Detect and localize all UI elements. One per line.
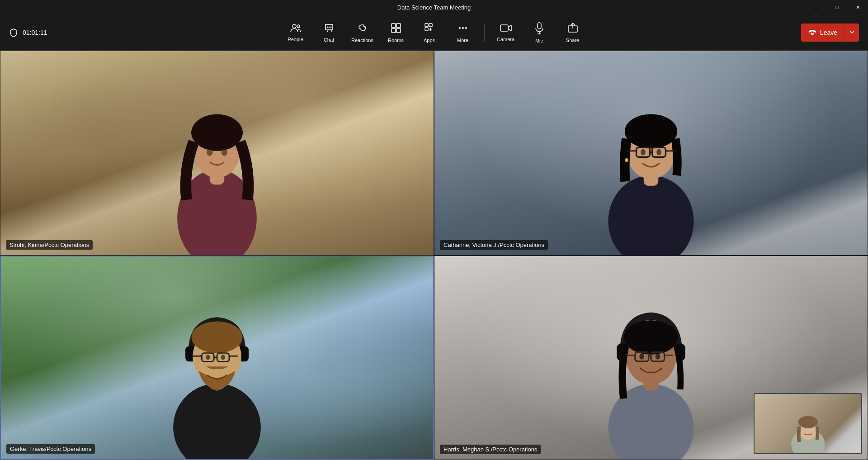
svg-point-16 [465, 27, 467, 29]
svg-point-73 [798, 416, 817, 428]
share-label: Share [566, 38, 579, 43]
title-bar: Data Science Team Meeting — □ ✕ [0, 0, 868, 14]
more-button[interactable]: More [447, 16, 479, 49]
svg-rect-9 [425, 24, 428, 27]
svg-point-35 [625, 114, 677, 146]
mic-button[interactable]: Mic [524, 16, 555, 49]
reactions-button[interactable]: Reactions [347, 16, 378, 49]
apps-button[interactable]: Apps [414, 16, 445, 49]
maximize-button[interactable]: □ [826, 0, 847, 14]
camera-button[interactable]: Camera [490, 16, 522, 49]
svg-rect-18 [538, 23, 541, 29]
svg-rect-11 [425, 28, 428, 31]
chat-icon [324, 23, 335, 35]
svg-point-55 [206, 355, 210, 360]
reactions-icon [357, 22, 368, 36]
leave-phone-icon [808, 30, 816, 35]
rooms-button[interactable]: Rooms [380, 16, 412, 49]
participant-name-travis: Gerke, Travis/Pcctc Operations [6, 444, 95, 454]
svg-rect-17 [500, 25, 508, 31]
svg-point-63 [624, 320, 678, 352]
participant-name-victoria: Catharine, Victoria J./Pcctc Operations [440, 240, 548, 250]
more-icon [457, 22, 469, 36]
svg-point-28 [191, 115, 243, 150]
svg-rect-7 [392, 28, 396, 33]
participant-name-kirina: Sirohi, Kirina/Pcctc Operations [6, 240, 93, 250]
svg-rect-6 [396, 24, 401, 28]
participant-avatar-meghan [532, 276, 770, 460]
toolbar-divider [484, 24, 485, 42]
rooms-icon [390, 22, 402, 36]
reactions-label: Reactions [351, 38, 373, 43]
svg-point-31 [608, 175, 693, 255]
leave-button[interactable]: Leave [801, 24, 844, 42]
leave-label: Leave [820, 29, 837, 36]
share-icon [567, 22, 579, 36]
people-button[interactable]: People [280, 16, 311, 49]
people-icon [290, 23, 302, 35]
chat-label: Chat [324, 37, 334, 43]
apps-icon [424, 22, 435, 36]
shield-icon [9, 28, 18, 37]
svg-point-41 [641, 149, 646, 156]
participant-tile-top-right: Catharine, Victoria J./Pcctc Operations [434, 51, 868, 256]
participant-tile-bottom-left: Gerke, Travis/Pcctc Operations [0, 256, 434, 460]
svg-point-29 [207, 148, 213, 156]
svg-point-4 [330, 26, 331, 28]
toolbar: 01:01:11 People [0, 14, 868, 51]
participant-avatar-travis [98, 276, 336, 459]
toolbar-center: People Chat Rea [280, 16, 589, 49]
video-grid: Sirohi, Kirina/Pcctc Operations [0, 51, 868, 460]
window-controls: — □ ✕ [806, 0, 868, 14]
svg-rect-10 [429, 24, 432, 27]
svg-point-49 [191, 322, 242, 353]
chat-button[interactable]: Chat [313, 16, 345, 49]
svg-point-44 [173, 384, 261, 459]
minimize-button[interactable]: — [806, 0, 826, 14]
window-title: Data Science Team Meeting [397, 4, 471, 11]
more-label: More [457, 38, 468, 43]
rooms-label: Rooms [388, 38, 404, 43]
camera-icon [500, 23, 512, 35]
participant-avatar-kirina [98, 71, 336, 255]
camera-label: Camera [497, 37, 514, 42]
svg-point-0 [292, 24, 296, 28]
svg-point-69 [639, 353, 644, 360]
svg-point-30 [221, 148, 227, 156]
svg-point-56 [221, 355, 225, 360]
svg-point-1 [297, 25, 300, 28]
toolbar-right: Leave [801, 24, 859, 42]
meeting-timer: 01:01:11 [23, 29, 47, 36]
svg-rect-8 [396, 28, 401, 33]
apps-label: Apps [424, 38, 435, 43]
svg-point-2 [326, 26, 328, 28]
participant-tile-top-left: Sirohi, Kirina/Pcctc Operations [0, 51, 434, 256]
self-view-avatar [765, 400, 851, 453]
toolbar-left: 01:01:11 [9, 28, 47, 37]
mic-icon [534, 22, 544, 36]
leave-chevron-icon [850, 31, 854, 34]
mic-label: Mic [535, 38, 543, 43]
people-label: People [288, 37, 303, 42]
participant-name-meghan: Harris, Meghan S./Pcctc Operations [440, 445, 541, 454]
leave-dropdown-button[interactable] [844, 24, 859, 42]
svg-point-42 [656, 149, 661, 156]
share-button[interactable]: Share [557, 16, 589, 49]
close-button[interactable]: ✕ [847, 0, 868, 14]
svg-rect-5 [392, 24, 396, 28]
self-view-pip [754, 393, 862, 454]
svg-point-15 [462, 27, 464, 29]
participant-avatar-victoria [532, 71, 770, 255]
svg-point-3 [328, 26, 330, 28]
svg-point-43 [625, 158, 628, 162]
participant-tile-bottom-right: Harris, Meghan S./Pcctc Operations [434, 256, 868, 460]
svg-point-70 [655, 353, 660, 360]
svg-point-14 [459, 27, 461, 29]
